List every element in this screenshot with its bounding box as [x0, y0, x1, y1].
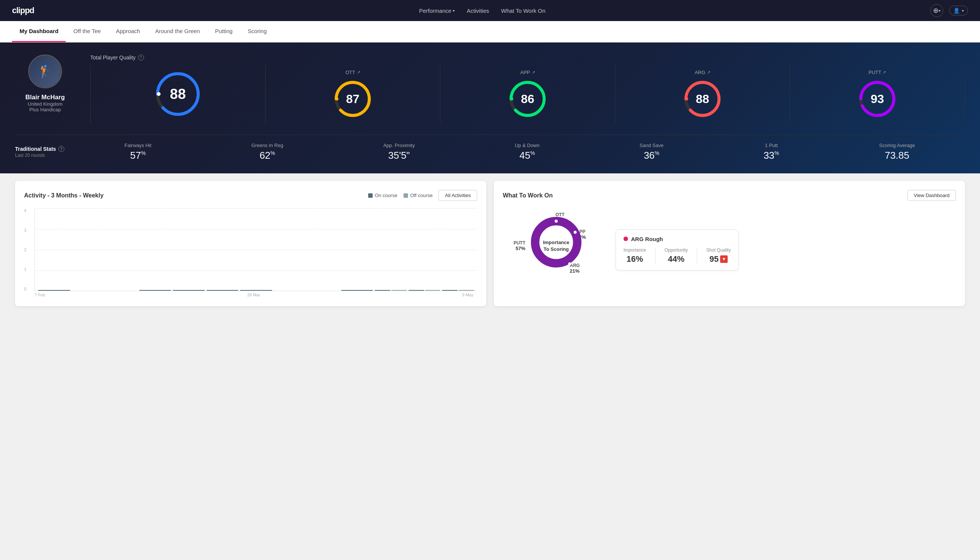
logo-text-d: d [29, 6, 34, 15]
bar-group [206, 290, 239, 291]
chart-wrapper: 0 1 2 3 4 7 Feb 28 Mar 9 May [24, 208, 477, 297]
donut-chart-area: OTT 10% APP 12% ARG 21% PUTT 57% [503, 208, 608, 291]
hero-section: 🏌️ Blair McHarg United Kingdom Plus Hand… [0, 42, 980, 173]
svg-point-2 [157, 92, 161, 96]
shot-quality-value: 95 ▼ [710, 254, 728, 264]
shot-quality-label: Shot Quality [706, 247, 731, 253]
opportunity-value: 44% [668, 254, 684, 264]
bar-on-course [408, 290, 424, 291]
donut-container: ImportanceTo Scoring [526, 212, 586, 287]
activity-card-header: Activity - 3 Months - Weekly On course O… [24, 190, 477, 201]
svg-point-11 [685, 97, 688, 100]
info-metric-shot-quality: Shot Quality 95 ▼ [706, 247, 731, 264]
total-quality-text: Total Player Quality [90, 55, 136, 60]
down-arrow-badge: ▼ [720, 255, 728, 263]
svg-point-8 [510, 97, 513, 100]
bar-group [38, 290, 70, 291]
legend-on-course-label: On course [375, 193, 398, 198]
chevron-down-icon-user: ▾ [962, 8, 964, 13]
nav-performance[interactable]: Performance ▾ [419, 8, 455, 14]
putt-label: PUTT ↗ [869, 70, 886, 75]
tab-approach[interactable]: Approach [108, 21, 147, 42]
all-activities-button[interactable]: All Activities [438, 190, 477, 201]
importance-label: Importance [624, 247, 646, 253]
bar-chart [35, 208, 477, 291]
add-button[interactable]: ⊕ ▾ [930, 4, 943, 17]
app-label: APP ↗ [520, 70, 535, 75]
tab-off-the-tee[interactable]: Off the Tee [66, 21, 108, 42]
legend-off-course-box [404, 193, 408, 198]
info-metrics: Importance 16% Opportunity 44% [624, 247, 731, 264]
view-dashboard-button[interactable]: View Dashboard [907, 190, 956, 201]
stat-items: Fairways Hit 57% Greens In Reg 62% App. … [75, 143, 965, 161]
nav-links: Performance ▾ Activities What To Work On [419, 8, 545, 14]
svg-point-20 [574, 231, 576, 234]
opportunity-label: Opportunity [664, 247, 688, 253]
info-card: ARG Rough Importance 16% Opportunity 44% [616, 229, 739, 270]
x-label-mar: 28 Mar [247, 293, 260, 297]
tab-putting[interactable]: Putting [208, 21, 240, 42]
main-score-card: 88 [91, 65, 266, 124]
tab-approach-label: Approach [116, 28, 140, 34]
legend-off-course-label: Off course [410, 193, 433, 198]
arg-label: ARG ↗ [695, 70, 710, 75]
user-menu-button[interactable]: 👤 ▾ [949, 6, 968, 15]
player-handicap: Plus Handicap [29, 107, 61, 112]
putt-score-value: 93 [870, 92, 884, 106]
traditional-stats: Traditional Stats ? Last 20 rounds Fairw… [15, 135, 965, 161]
stat-up-and-down: Up & Down 45% [515, 143, 540, 161]
logo[interactable]: clippd [12, 6, 34, 15]
stat-app-proximity: App. Proximity 35'5" [383, 143, 415, 161]
help-icon[interactable]: ? [138, 55, 144, 60]
divider-1 [655, 247, 656, 264]
score-circles: 88 OTT ↗ 87 [90, 65, 965, 124]
ott-arrow-icon: ↗ [357, 70, 360, 75]
tab-my-dashboard-label: My Dashboard [20, 28, 58, 34]
tab-putting-label: Putting [215, 28, 233, 34]
tab-around-the-green[interactable]: Around the Green [147, 21, 207, 42]
activity-chart-title: Activity - 3 Months - Weekly [24, 192, 103, 199]
total-quality-label: Total Player Quality ? [90, 55, 965, 60]
avatar: 🏌️ [28, 55, 62, 88]
svg-point-21 [568, 263, 571, 265]
nav-activities[interactable]: Activities [467, 8, 489, 14]
legend-off-course: Off course [404, 193, 433, 198]
nav-performance-label: Performance [419, 8, 451, 14]
info-dot [624, 237, 628, 241]
legend-on-course-box [368, 193, 373, 198]
ott-score-value: 87 [346, 92, 359, 106]
bar-group [240, 290, 272, 291]
bar-group [374, 290, 407, 291]
tab-around-the-green-label: Around the Green [155, 28, 200, 34]
importance-value: 16% [627, 254, 643, 264]
player-country: United Kingdom [28, 101, 63, 107]
legend-on-course: On course [368, 193, 398, 198]
tab-scoring[interactable]: Scoring [240, 21, 274, 42]
user-icon: 👤 [953, 8, 960, 13]
ott-label: OTT ↗ [346, 70, 360, 75]
nav-what-to-work-on[interactable]: What To Work On [501, 8, 546, 14]
trad-label-block: Traditional Stats ? Last 20 rounds [15, 146, 72, 158]
stat-greens-in-reg: Greens In Reg 62% [251, 143, 284, 161]
divider-2 [697, 247, 697, 264]
view-dashboard-label: View Dashboard [914, 193, 950, 198]
nav-activities-label: Activities [467, 8, 489, 14]
tab-bar: My Dashboard Off the Tee Approach Around… [0, 21, 980, 42]
svg-point-19 [555, 220, 558, 223]
logo-text: clipp [12, 6, 29, 15]
chevron-down-icon-add: ▾ [938, 8, 940, 13]
player-scores-row: 🏌️ Blair McHarg United Kingdom Plus Hand… [15, 55, 965, 124]
trad-stats-sub: Last 20 rounds [15, 153, 72, 158]
bar-on-course [38, 290, 70, 291]
x-label-may: 9 May [462, 293, 473, 297]
activity-card: Activity - 3 Months - Weekly On course O… [15, 181, 486, 306]
bar-group [408, 290, 441, 291]
tab-my-dashboard[interactable]: My Dashboard [12, 21, 66, 42]
activity-legend: On course Off course [368, 193, 433, 198]
putt-arrow-icon: ↗ [883, 70, 886, 75]
top-nav: clippd Performance ▾ Activities What To … [0, 0, 980, 21]
wtwo-card: What To Work On View Dashboard OTT 10% A… [494, 181, 965, 306]
trad-help-icon[interactable]: ? [58, 146, 64, 152]
bar-group [139, 290, 171, 291]
bar-group [173, 290, 205, 291]
